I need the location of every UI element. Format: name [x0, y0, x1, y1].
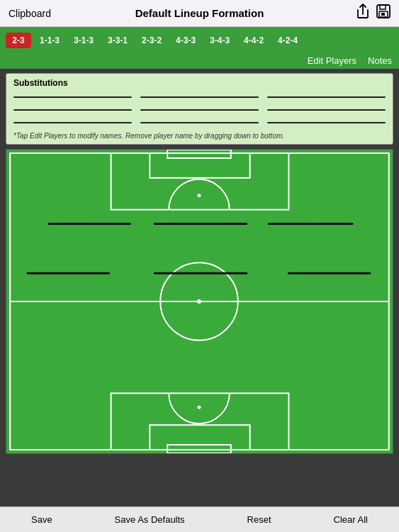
substitutions-box: Substitutions *Tap Edit Players to modif… — [6, 73, 393, 145]
svg-point-14 — [198, 406, 201, 409]
formation-tabs: 2-3 1-1-3 3-1-3 3-3-1 2-3-2 4-3-3 3-4-3 … — [0, 27, 399, 54]
sub-line-1-2 — [140, 96, 259, 98]
tab-3-3-1[interactable]: 3-3-1 — [102, 33, 133, 48]
tab-2-3[interactable]: 2-3 — [6, 33, 31, 48]
page-title: Default Lineup Formation — [135, 7, 264, 19]
sub-line-1-3 — [267, 96, 386, 98]
sub-line-3-3 — [267, 122, 386, 123]
sub-line-1-1 — [13, 96, 132, 98]
bottom-toolbar: Save Save As Defaults Reset Clear All — [0, 506, 399, 532]
svg-rect-3 — [381, 13, 385, 16]
tab-2-3-2[interactable]: 2-3-2 — [136, 33, 167, 48]
clipboard-label: Clipboard — [9, 8, 51, 19]
tab-3-1-3[interactable]: 3-1-3 — [68, 33, 99, 48]
edit-players-button[interactable]: Edit Players — [308, 55, 356, 66]
header: Clipboard Default Lineup Formation — [0, 0, 399, 27]
action-row: Edit Players Notes — [0, 54, 399, 69]
svg-point-11 — [198, 194, 201, 197]
sub-line-2-3 — [267, 109, 386, 111]
substitutions-title: Substitutions — [13, 78, 386, 88]
svg-rect-1 — [380, 5, 386, 9]
sub-row-2 — [13, 105, 386, 115]
tab-3-4-3[interactable]: 3-4-3 — [204, 33, 235, 48]
sub-row-1 — [13, 92, 386, 102]
svg-point-8 — [197, 299, 201, 304]
sub-line-2-1 — [13, 109, 132, 111]
substitutions-lines — [13, 92, 386, 128]
clear-all-button[interactable]: Clear All — [328, 511, 373, 528]
soccer-field — [6, 149, 393, 454]
tab-4-2-4[interactable]: 4-2-4 — [272, 33, 303, 48]
save-button[interactable]: Save — [26, 511, 58, 528]
floppy-disk-icon[interactable] — [376, 4, 390, 22]
substitutions-hint: *Tap Edit Players to modify names. Remov… — [13, 132, 386, 140]
field-svg — [6, 150, 393, 453]
sub-row-3 — [13, 118, 386, 128]
share-icon[interactable] — [356, 4, 369, 23]
sub-line-3-2 — [140, 122, 259, 123]
sub-line-3-1 — [13, 122, 132, 123]
reset-button[interactable]: Reset — [242, 511, 277, 528]
header-icons — [356, 4, 390, 23]
tab-4-4-2[interactable]: 4-4-2 — [238, 33, 269, 48]
sub-line-2-2 — [140, 109, 259, 111]
notes-button[interactable]: Notes — [368, 55, 392, 66]
tab-4-3-3[interactable]: 4-3-3 — [170, 33, 201, 48]
tab-1-1-3[interactable]: 1-1-3 — [34, 33, 65, 48]
save-as-defaults-button[interactable]: Save As Defaults — [109, 511, 191, 528]
